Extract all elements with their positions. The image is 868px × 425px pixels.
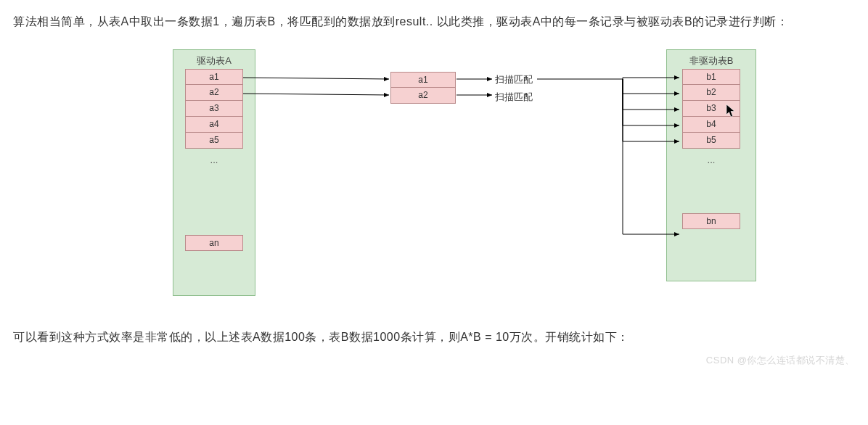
- watermark: CSDN @你怎么连话都说不清楚、: [706, 354, 855, 367]
- svg-line-0: [243, 78, 389, 79]
- panel-driver-a: 驱动表A a1 a2 a3 a4 a5 ... an: [173, 49, 255, 296]
- cell-b4: b4: [682, 117, 740, 133]
- cell-a5: a5: [185, 133, 243, 149]
- svg-line-1: [243, 94, 389, 95]
- cell-an: an: [185, 235, 243, 251]
- cell-bn: bn: [682, 213, 740, 229]
- cell-b3: b3: [682, 101, 740, 117]
- cell-a1: a1: [185, 69, 243, 85]
- mid-cell-a1: a1: [390, 72, 456, 88]
- cell-a2: a2: [185, 85, 243, 101]
- cell-a4: a4: [185, 117, 243, 133]
- scan-label-1: 扫描匹配: [495, 73, 533, 86]
- panel-non-driver-b: 非驱动表B b1 b2 b3 b4 b5 ... bn: [666, 49, 756, 281]
- dots-b: ...: [679, 149, 744, 170]
- mid-block: a1 a2: [390, 72, 456, 104]
- cell-b2: b2: [682, 85, 740, 101]
- diagram-container: 驱动表A a1 a2 a3 a4 a5 ... an a1 a2 扫描匹配 扫描…: [71, 46, 797, 314]
- paragraph-conclusion: 可以看到这种方式效率是非常低的，以上述表A数据100条，表B数据1000条计算，…: [13, 327, 855, 348]
- panel-a-title: 驱动表A: [173, 54, 255, 67]
- cell-a3: a3: [185, 101, 243, 117]
- mid-cell-a2: a2: [390, 88, 456, 104]
- panel-b-title: 非驱动表B: [667, 54, 756, 67]
- cell-b5: b5: [682, 133, 740, 149]
- dots-a: ...: [185, 149, 243, 170]
- cell-b1: b1: [682, 69, 740, 85]
- scan-label-2: 扫描匹配: [495, 91, 533, 104]
- paragraph-intro: 算法相当简单，从表A中取出一条数据1，遍历表B，将匹配到的数据放到result.…: [13, 12, 855, 33]
